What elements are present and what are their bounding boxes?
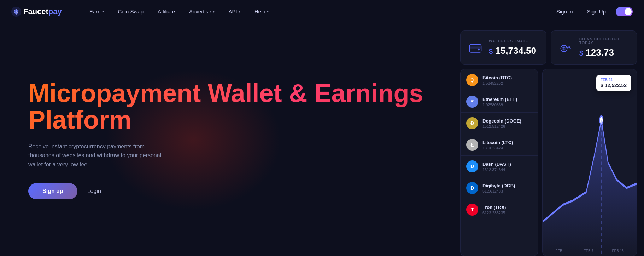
coin-amount: 1612.374344 [482,167,532,172]
logo[interactable]: Faucetpay [11,7,62,17]
nav-help[interactable]: Help ▾ [248,6,275,17]
coin-info: Bitcoin (BTC)1.52452252 [482,75,532,85]
signup-nav-button[interactable]: Sign Up [583,6,610,17]
coin-item[interactable]: DDash (DASH)1612.374344 [461,156,538,177]
coin-item[interactable]: ÐDogecoin (DOGE)1512.512426 [461,113,538,134]
coin-info: Dogecoin (DOGE)1512.512426 [482,118,532,129]
right-panel: WALLET ESTIMATE $ 15,734.50 [460,23,644,256]
nav-earn[interactable]: Earn ▾ [83,6,110,17]
wallet-value: $ 15,734.50 [489,45,539,56]
coins-value: $ 123.73 [579,47,630,58]
coin-avatar: Ł [466,139,478,151]
coin-amount: 1.92580839 [482,103,532,107]
coin-avatar: Ξ [466,96,478,108]
coin-item[interactable]: ŁLitecoin (LTC)13.9623424 [461,134,538,156]
coin-item[interactable]: TTron (TRX)6123.235235 [461,199,538,220]
theme-toggle[interactable] [616,7,633,16]
coin-amount: 1512.512426 [482,124,532,129]
lower-panel: ₿Bitcoin (BTC)1.52452252ΞEthereum (ETH)1… [460,69,637,256]
api-chevron-icon: ▾ [239,10,240,13]
coin-list: ₿Bitcoin (BTC)1.52452252ΞEthereum (ETH)1… [460,69,538,256]
nav-links: Earn ▾ Coin Swap Affiliate Advertise ▾ A… [83,6,552,17]
stats-row: WALLET ESTIMATE $ 15,734.50 [460,30,637,65]
coin-info: Digibyte (DGB)512.632433 [482,183,532,193]
coin-name: Digibyte (DGB) [482,183,532,188]
coin-amount: 6123.235235 [482,211,532,215]
hero-subtitle: Receive instant cryptocurrency payments … [28,142,170,169]
coin-item[interactable]: ₿Bitcoin (BTC)1.52452252 [461,69,538,91]
coins-info: COINS COLLECTED TODAY $ 123.73 [579,37,630,58]
tooltip-date: FEB 24 [601,78,627,82]
coin-item[interactable]: DDigibyte (DGB)512.632433 [461,177,538,199]
advertise-chevron-icon: ▾ [213,10,215,13]
coins-icon [558,40,574,56]
signin-button[interactable]: Sign In [552,6,577,17]
signup-hero-button[interactable]: Sign up [28,183,77,199]
coin-name: Bitcoin (BTC) [482,75,532,80]
coin-info: Litecoin (LTC)13.9623424 [482,140,532,150]
coins-label: COINS COLLECTED TODAY [579,37,630,45]
main-content: Micropayment Wallet & Earnings Platform … [0,23,644,256]
coin-info: Tron (TRX)6123.235235 [482,205,532,215]
wallet-estimate-card: WALLET ESTIMATE $ 15,734.50 [460,30,546,65]
svg-point-5 [562,46,566,51]
coin-avatar: T [466,204,478,216]
chart-tooltip: FEB 24 $ 12,522.52 [596,75,631,91]
svg-rect-2 [470,46,481,48]
tooltip-amount: $ 12,522.52 [601,83,627,88]
navbar: Faucetpay Earn ▾ Coin Swap Affiliate Adv… [0,0,644,23]
nav-coin-swap[interactable]: Coin Swap [112,6,150,17]
coin-name: Dogecoin (DOGE) [482,118,532,124]
coin-amount: 13.9623424 [482,146,532,150]
nav-affiliate[interactable]: Affiliate [151,6,181,17]
chart-label-feb15: FEB 15 [612,249,623,253]
coin-name: Dash (DASH) [482,161,532,167]
hero-buttons: Sign up Login [28,183,439,199]
earn-chevron-icon: ▾ [102,10,104,13]
svg-point-3 [478,48,479,50]
wallet-icon [468,40,483,56]
coin-name: Ethereum (ETH) [482,97,532,102]
coin-info: Ethereum (ETH)1.92580839 [482,97,532,107]
chart-panel: FEB 24 $ 12,522.52 [542,69,637,256]
nav-api[interactable]: API ▾ [222,6,247,17]
coins-collected-card: COINS COLLECTED TODAY $ 123.73 [551,30,637,65]
coin-avatar: D [466,160,478,172]
nav-advertise[interactable]: Advertise ▾ [183,6,221,17]
nav-right: Sign In Sign Up [552,6,633,17]
coin-amount: 512.632433 [482,189,532,193]
coin-avatar: Ð [466,117,478,129]
hero-title: Micropayment Wallet & Earnings Platform [28,80,439,133]
coin-name: Tron (TRX) [482,205,532,210]
hero-section: Micropayment Wallet & Earnings Platform … [0,23,460,256]
login-button[interactable]: Login [87,188,101,194]
coin-avatar: ₿ [466,74,478,86]
help-chevron-icon: ▾ [267,10,269,13]
chart-x-labels: FEB 1 FEB 7 FEB 15 [543,249,637,253]
chart-label-feb7: FEB 7 [584,249,593,253]
coin-amount: 1.52452252 [482,81,532,85]
coin-info: Dash (DASH)1612.374344 [482,161,532,172]
coin-avatar: D [466,182,478,194]
toggle-knob [625,8,632,15]
coin-name: Litecoin (LTC) [482,140,532,145]
logo-wordmark: Faucetpay [23,7,62,16]
chart-label-feb1: FEB 1 [555,249,565,253]
coin-item[interactable]: ΞEthereum (ETH)1.92580839 [461,91,538,113]
wallet-info: WALLET ESTIMATE $ 15,734.50 [489,39,539,56]
chart-svg [543,69,637,256]
wallet-label: WALLET ESTIMATE [489,39,539,43]
